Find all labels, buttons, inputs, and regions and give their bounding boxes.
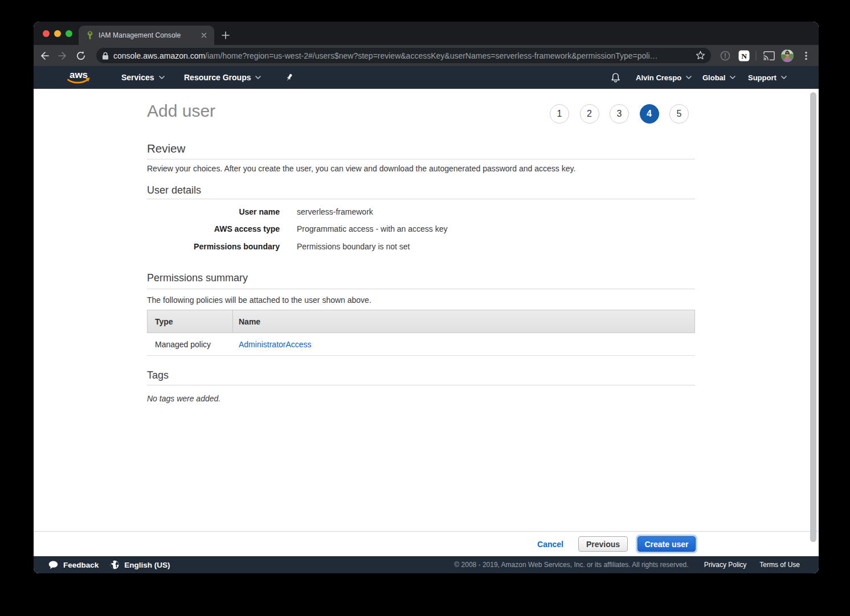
chevron-down-icon [159,76,165,79]
aws-navbar: aws Services Resource Groups [34,66,819,89]
divider [147,199,695,199]
table-row: Managed policy AdministratorAccess [147,333,695,356]
step-3-label: 3 [617,109,622,119]
step-1-label: 1 [557,109,562,119]
plus-icon [222,31,230,39]
terms-of-use-link[interactable]: Terms of Use [759,561,800,569]
cast-icon[interactable] [763,51,775,61]
column-header-type: Type [148,310,233,332]
scrollbar-thumb[interactable] [810,92,816,542]
toolbar-separator [756,51,757,60]
wizard-actions-bar: Cancel Previous Create user [34,531,819,556]
chevron-down-icon [255,76,261,79]
desktop-background: IAM Management Console [0,0,850,616]
nav-account-label: Alvin Crespo [636,73,681,82]
divider [147,289,695,289]
detail-label: AWS access type [147,224,280,233]
detail-label: Permissions boundary [147,242,280,251]
address-bar[interactable]: console.aws.amazon.com/iam/home?region=u… [96,48,711,63]
nav-account-menu[interactable]: Alvin Crespo [636,66,692,89]
window-close-button[interactable] [43,30,50,37]
user-details-rows: User name serverless-framework AWS acces… [147,203,695,255]
iam-key-favicon [85,31,95,40]
copyright-text: © 2008 - 2019, Amazon Web Services, Inc.… [454,561,688,569]
permissions-summary-heading: Permissions summary [147,271,695,285]
divider [147,159,695,159]
browser-toolbar: console.aws.amazon.com/iam/home?region=u… [34,45,819,66]
detail-label: User name [147,207,280,216]
create-user-button[interactable]: Create user [638,536,696,552]
step-2-label: 2 [587,109,592,119]
policy-link[interactable]: AdministratorAccess [239,340,312,349]
window-minimize-button[interactable] [54,30,61,37]
profile-avatar[interactable] [781,49,794,62]
step-4[interactable]: 4 [640,104,659,124]
globe-icon [110,560,119,569]
review-description: Review your choices. After you create th… [147,163,695,174]
step-3[interactable]: 3 [610,104,629,124]
nav-support-label: Support [748,73,777,82]
window-zoom-button[interactable] [66,30,72,37]
privacy-policy-link[interactable]: Privacy Policy [704,561,747,569]
step-5-label: 5 [677,109,682,119]
step-2[interactable]: 2 [580,104,599,124]
nav-support-menu[interactable]: Support [748,66,787,89]
aws-footer: Feedback English (US) © 2008 - 2019, Ama… [34,556,819,573]
step-5[interactable]: 5 [669,104,689,124]
new-tab-button[interactable] [218,28,233,43]
chevron-down-icon [686,76,692,79]
url-path: /iam/home?region=us-west-2#/users$new?st… [205,51,657,60]
detail-row-permissions-boundary: Permissions boundary Permissions boundar… [147,238,695,255]
column-header-name: Name [233,310,694,332]
back-icon[interactable] [39,50,50,61]
feedback-button[interactable]: Feedback [63,561,99,569]
tab-close-icon[interactable] [199,31,209,40]
detail-row-user-name: User name serverless-framework [147,203,695,220]
url-text: console.aws.amazon.com/iam/home?region=u… [113,51,692,60]
reload-icon[interactable] [76,50,87,61]
extension-info-icon[interactable] [720,50,731,61]
user-details-heading: User details [147,183,695,197]
previous-button[interactable]: Previous [578,536,628,552]
extension-notion-icon[interactable]: N [738,50,750,61]
tags-empty-text: No tags were added. [147,393,695,404]
nav-resource-groups[interactable]: Resource Groups [184,66,261,89]
step-1[interactable]: 1 [550,104,569,124]
bookmark-star-icon[interactable] [695,50,706,61]
pin-icon[interactable] [285,73,293,82]
chevron-down-icon [730,76,735,79]
feedback-bubble-icon [48,561,58,569]
aws-logo[interactable]: aws [66,70,91,85]
detail-row-access-type: AWS access type Programmatic access - wi… [147,220,695,237]
browser-menu-icon[interactable] [801,51,811,61]
detail-value: serverless-framework [297,207,373,216]
nav-region-label: Global [702,73,725,82]
browser-window: IAM Management Console [34,22,819,573]
cell-policy-name: AdministratorAccess [234,333,695,355]
nav-services[interactable]: Services [121,66,165,89]
policies-table: Type Name Managed policy AdministratorAc… [147,310,695,356]
review-heading: Review [147,141,695,156]
lock-icon [102,52,109,60]
detail-value: Permissions boundary is not set [297,242,410,251]
svg-text:aws: aws [70,70,88,80]
wizard-steps: 1 2 3 4 5 [550,104,689,124]
nav-services-label: Services [121,73,154,82]
policies-table-header: Type Name [147,310,695,333]
nav-region-menu[interactable]: Global [702,66,735,89]
forward-icon[interactable] [57,50,68,61]
svg-text:N: N [741,51,747,60]
notifications-bell-icon[interactable] [610,72,621,83]
divider [147,385,695,385]
page-content: Add user 1 2 3 4 5 Review Review your ch… [34,89,819,556]
tags-heading: Tags [147,368,695,382]
detail-value: Programmatic access - with an access key [297,224,448,233]
url-domain: console.aws.amazon.com [113,51,205,60]
language-selector[interactable]: English (US) [124,561,170,569]
cell-policy-type: Managed policy [147,333,234,355]
tab-title: IAM Management Console [99,31,199,39]
cancel-button[interactable]: Cancel [537,540,563,549]
browser-tab[interactable]: IAM Management Console [79,26,214,45]
step-4-label: 4 [647,109,652,119]
permissions-description: The following policies will be attached … [147,294,695,306]
